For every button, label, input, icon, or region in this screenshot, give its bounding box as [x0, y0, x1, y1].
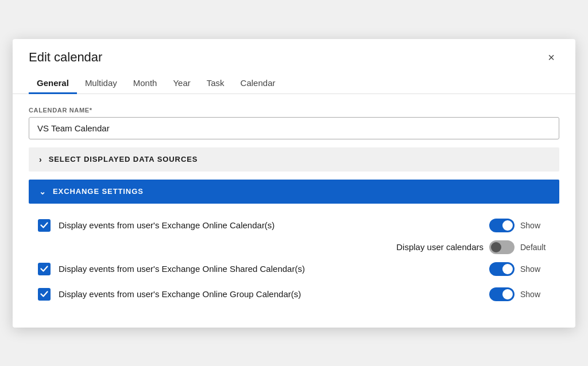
data-sources-section-title: SELECT DISPLAYED DATA SOURCES [49, 155, 198, 163]
edit-calendar-dialog: Edit calendar × General Multiday Month Y… [13, 39, 575, 328]
label-exchange-shared: Display events from user's Exchange Onli… [59, 264, 305, 274]
setting-left-exchange-online: Display events from user's Exchange Onli… [38, 219, 274, 232]
toggle-exchange-shared[interactable] [489, 262, 514, 276]
toggle-label-exchange-online: Show [520, 221, 550, 230]
toggle-exchange-group[interactable] [489, 287, 514, 301]
calendar-name-label: CALENDAR NAME* [29, 107, 559, 114]
exchange-section-bar[interactable]: ⌄ EXCHANGE SETTINGS [29, 180, 559, 204]
calendar-name-input[interactable] [29, 117, 559, 139]
checkbox-exchange-group[interactable] [38, 288, 51, 301]
tab-task[interactable]: Task [199, 73, 233, 94]
toggle-label-exchange-shared: Show [520, 264, 550, 274]
toggle-label-exchange-group: Show [520, 290, 550, 299]
toggle-thumb-exchange-online [502, 220, 513, 231]
data-sources-section-bar[interactable]: › SELECT DISPLAYED DATA SOURCES [29, 147, 559, 172]
dialog-title: Edit calendar [29, 50, 102, 65]
toggle-thumb-exchange-group [502, 289, 513, 299]
dialog-body: CALENDAR NAME* › SELECT DISPLAYED DATA S… [13, 94, 575, 328]
setting-row-exchange-group: Display events from user's Exchange Onli… [34, 282, 554, 307]
setting-row-exchange-online: Display events from user's Exchange Onli… [34, 213, 554, 238]
tab-multiday[interactable]: Multiday [77, 73, 125, 94]
setting-row-exchange-shared: Display events from user's Exchange Onli… [34, 256, 554, 282]
setting-right-exchange-shared: Show [489, 262, 550, 276]
close-button[interactable]: × [543, 49, 559, 65]
label-exchange-group: Display events from user's Exchange Onli… [59, 289, 301, 299]
checkbox-exchange-online[interactable] [38, 219, 51, 232]
data-sources-chevron-icon: › [39, 155, 42, 164]
exchange-section-content: Display events from user's Exchange Onli… [29, 204, 559, 312]
tab-bar: General Multiday Month Year Task Calenda… [13, 68, 575, 94]
setting-right-exchange-online: Show [489, 219, 550, 232]
tab-year[interactable]: Year [165, 73, 198, 94]
exchange-chevron-icon: ⌄ [39, 187, 46, 196]
dialog-header: Edit calendar × [13, 39, 575, 65]
checkbox-exchange-shared[interactable] [38, 263, 51, 275]
tab-general[interactable]: General [29, 73, 77, 94]
setting-left-exchange-shared: Display events from user's Exchange Onli… [38, 263, 305, 275]
toggle-label-user-calendars: Default [520, 243, 550, 252]
label-exchange-online: Display events from user's Exchange Onli… [59, 220, 274, 230]
tab-calendar[interactable]: Calendar [233, 73, 284, 94]
exchange-section-title: EXCHANGE SETTINGS [53, 187, 144, 196]
tab-month[interactable]: Month [125, 73, 165, 94]
toggle-thumb-exchange-shared [502, 264, 513, 274]
setting-right-exchange-group: Show [489, 287, 550, 301]
toggle-user-calendars[interactable] [489, 240, 514, 254]
setting-row-user-calendars: Display user calendars Default [34, 238, 554, 256]
label-user-calendars: Display user calendars [396, 242, 483, 252]
setting-left-exchange-group: Display events from user's Exchange Onli… [38, 288, 301, 301]
toggle-exchange-online[interactable] [489, 219, 514, 232]
toggle-thumb-user-calendars [491, 242, 501, 252]
